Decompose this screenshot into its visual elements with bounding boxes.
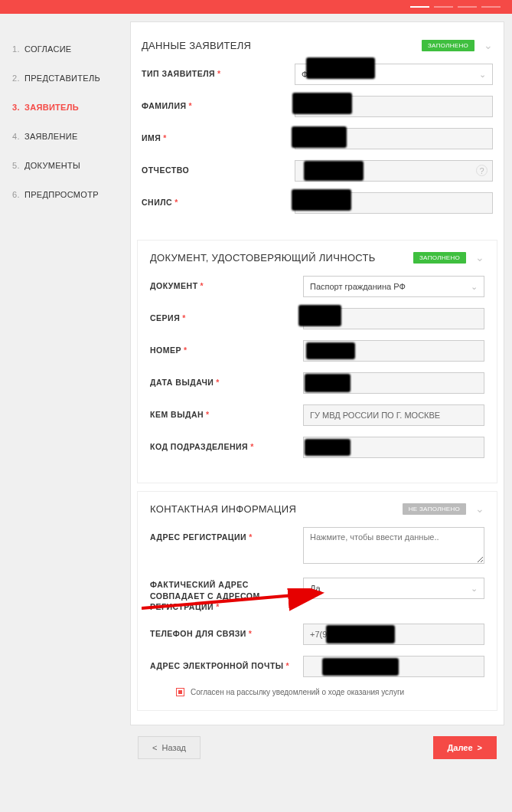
- input-issued-by[interactable]: [303, 404, 484, 426]
- label-issue-date: ДАТА ВЫДАЧИ*: [150, 372, 303, 388]
- label-lastname: ФАМИЛИЯ*: [142, 96, 295, 112]
- form-panel: ДАННЫЕ ЗАЯВИТЕЛЯ ЗАПОЛНЕНО ⌄ ТИП ЗАЯВИТЕ…: [130, 21, 504, 725]
- sidebar-item-consent[interactable]: 1.СОГЛАСИЕ: [12, 44, 113, 54]
- chevron-left-icon: <: [152, 743, 157, 752]
- section-title: ДАННЫЕ ЗАЯВИТЕЛЯ: [142, 40, 422, 51]
- step-indicator: [410, 6, 429, 8]
- input-snils[interactable]: [295, 192, 493, 214]
- step-indicator: [434, 6, 453, 8]
- label-email: АДРЕС ЭЛЕКТРОННОЙ ПОЧТЫ*: [150, 656, 303, 672]
- label-number: НОМЕР*: [150, 340, 303, 356]
- chevron-down-icon: ⌄: [471, 282, 478, 292]
- input-issue-date[interactable]: [303, 372, 484, 394]
- select-same-address[interactable]: Да⌄: [303, 578, 484, 599]
- section-title: ДОКУМЕНТ, УДОСТОВЕРЯЮЩИЙ ЛИЧНОСТЬ: [150, 252, 413, 264]
- label-applicant-type: ТИП ЗАЯВИТЕЛЯ*: [142, 64, 295, 80]
- status-badge: ЗАПОЛНЕНО: [422, 40, 474, 51]
- consent-checkbox-row[interactable]: Согласен на рассылку уведомлений о ходе …: [176, 688, 484, 696]
- sidebar-item-representative[interactable]: 2.ПРЕДСТАВИТЕЛЬ: [12, 74, 113, 83]
- chevron-down-icon: ⌄: [471, 584, 478, 594]
- select-document-type[interactable]: Паспорт гражданина РФ⌄: [303, 276, 484, 297]
- input-series[interactable]: [303, 308, 484, 329]
- chevron-right-icon: >: [478, 743, 482, 752]
- label-dept-code: КОД ПОДРАЗДЕЛЕНИЯ*: [150, 437, 303, 453]
- step-indicator: [481, 6, 501, 8]
- label-patronymic: ОТЧЕСТВО: [142, 160, 295, 176]
- label-firstname: ИМЯ*: [142, 128, 295, 144]
- input-email[interactable]: [303, 656, 484, 677]
- back-button[interactable]: <Назад: [138, 736, 201, 759]
- section-title: КОНТАКТНАЯ ИНФОРМАЦИЯ: [150, 503, 403, 515]
- label-reg-address: АДРЕС РЕГИСТРАЦИИ*: [150, 527, 303, 543]
- section-identity: ДОКУМЕНТ, УДОСТОВЕРЯЮЩИЙ ЛИЧНОСТЬ ЗАПОЛН…: [137, 240, 497, 483]
- label-same-address: ФАКТИЧЕСКИЙ АДРЕС СОВПАДАЕТ С АДРЕСОМ РЕ…: [150, 578, 303, 613]
- progress-steps: [410, 6, 501, 8]
- label-issued-by: КЕМ ВЫДАН*: [150, 404, 303, 421]
- sidebar-item-application[interactable]: 4.ЗАЯВЛЕНИЕ: [12, 132, 113, 141]
- chevron-down-icon[interactable]: ⌄: [475, 251, 484, 264]
- page-header: [0, 0, 512, 14]
- label-snils: СНИЛС*: [142, 192, 295, 208]
- input-number[interactable]: [303, 340, 484, 362]
- consent-text: Согласен на рассылку уведомлений о ходе …: [191, 688, 404, 696]
- section-contact: КОНТАКТНАЯ ИНФОРМАЦИЯ НЕ ЗАПОЛНЕНО ⌄ АДР…: [137, 491, 497, 711]
- input-patronymic[interactable]: [295, 160, 493, 182]
- status-badge: ЗАПОЛНЕНО: [413, 252, 466, 264]
- sidebar: 1.СОГЛАСИЕ 2.ПРЕДСТАВИТЕЛЬ 3.ЗАЯВИТЕЛЬ 4…: [0, 14, 122, 773]
- sidebar-item-applicant[interactable]: 3.ЗАЯВИТЕЛЬ: [12, 103, 113, 112]
- step-indicator: [458, 6, 477, 8]
- label-document: ДОКУМЕНТ*: [150, 276, 303, 292]
- chevron-down-icon: ⌄: [479, 70, 486, 80]
- sidebar-item-documents[interactable]: 5.ДОКУМЕНТЫ: [12, 161, 113, 170]
- help-icon[interactable]: ?: [476, 165, 488, 176]
- chevron-down-icon[interactable]: ⌄: [475, 503, 484, 515]
- input-dept-code[interactable]: [303, 437, 484, 458]
- label-phone: ТЕЛЕФОН ДЛЯ СВЯЗИ*: [150, 624, 303, 640]
- section-applicant: ДАННЫЕ ЗАЯВИТЕЛЯ ЗАПОЛНЕНО ⌄ ТИП ЗАЯВИТЕ…: [137, 28, 497, 232]
- label-series: СЕРИЯ*: [150, 308, 303, 324]
- checkbox-icon: [176, 688, 184, 696]
- next-button[interactable]: Далее>: [433, 736, 497, 759]
- chevron-down-icon[interactable]: ⌄: [484, 39, 493, 51]
- input-firstname[interactable]: [295, 128, 493, 149]
- input-phone[interactable]: [303, 624, 484, 645]
- sidebar-item-preview[interactable]: 6.ПРЕДПРОСМОТР: [12, 190, 113, 199]
- select-applicant-type[interactable]: Физическ⌄: [295, 64, 493, 85]
- input-lastname[interactable]: [295, 96, 493, 117]
- status-badge: НЕ ЗАПОЛНЕНО: [403, 503, 466, 515]
- textarea-reg-address[interactable]: [303, 527, 484, 564]
